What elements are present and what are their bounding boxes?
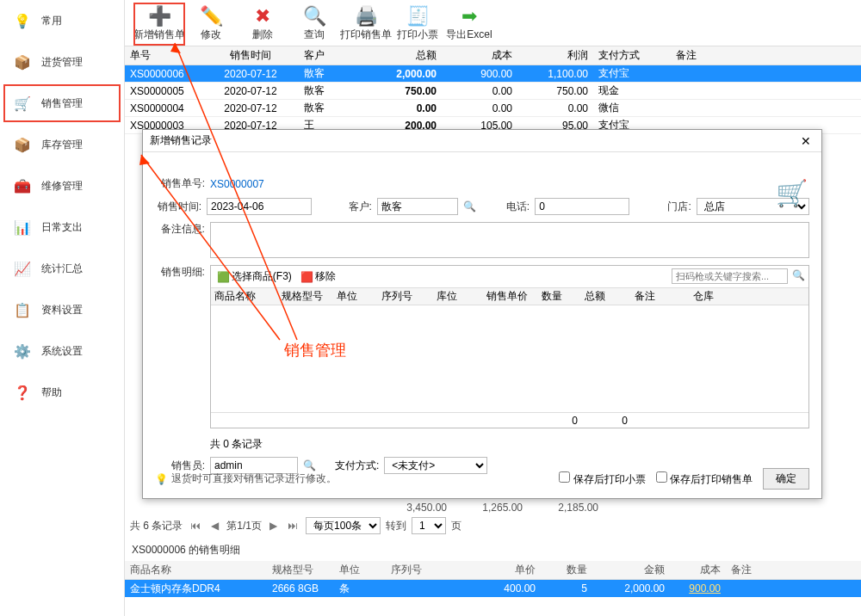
- next-page-icon[interactable]: ▶: [267, 520, 280, 532]
- customer-input[interactable]: [377, 198, 458, 215]
- page-size-select[interactable]: 每页100条: [306, 517, 381, 534]
- search-icon[interactable]: 🔍: [791, 269, 805, 283]
- lbl-time: 销售时间:: [155, 200, 201, 214]
- sidebar-item-4[interactable]: 🧰维修管理: [0, 165, 124, 206]
- tool-label: 新增销售单: [133, 28, 185, 42]
- tip-text: 退货时可直接对销售记录进行修改。: [171, 471, 337, 486]
- last-page-icon[interactable]: ⏭: [285, 520, 300, 532]
- page-suffix: 页: [451, 519, 461, 533]
- table-row[interactable]: XS00000052020-07-12散客750.000.00750.00现金: [125, 83, 861, 100]
- dialog-title: 新增销售记录: [150, 133, 212, 148]
- lbl-phone: 电话:: [501, 200, 530, 214]
- sidebar-item-1[interactable]: 📦进货管理: [0, 41, 124, 83]
- sidebar-item-6[interactable]: 📈统计汇总: [0, 248, 124, 289]
- ok-button[interactable]: 确定: [763, 468, 809, 490]
- col-time[interactable]: 销售时间: [202, 48, 299, 63]
- lbl-store: 门店:: [662, 200, 691, 214]
- detail-header: 商品名称 规格型号 单位 序列号 单价 数量 金额 成本 备注: [125, 561, 861, 580]
- goto-page-select[interactable]: 1: [412, 517, 446, 534]
- memo-textarea[interactable]: [210, 222, 809, 258]
- cart-icon: 🛒: [776, 178, 808, 208]
- lbl-memo: 备注信息:: [155, 222, 205, 237]
- side-label: 统计汇总: [41, 262, 83, 276]
- sum-total: 3,450.00: [371, 502, 447, 514]
- toolbar-新增销售单[interactable]: ➕新增销售单: [133, 3, 185, 46]
- sidebar-item-3[interactable]: 📦库存管理: [0, 124, 124, 165]
- sidebar: 💡常用📦进货管理🛒销售管理📦库存管理🧰维修管理📊日常支出📈统计汇总📋资料设置⚙️…: [0, 0, 125, 616]
- side-icon: 🧰: [12, 177, 33, 194]
- select-goods-button[interactable]: 🟩选择商品(F3): [214, 268, 294, 285]
- tool-icon: ✏️: [185, 5, 237, 28]
- side-icon: 📦: [12, 136, 33, 153]
- lbl-detail: 销售明细:: [155, 265, 205, 280]
- toolbar-查询[interactable]: 🔍查询: [288, 3, 340, 46]
- detail-grid: 🟩选择商品(F3) 🟥移除 🔍 商品名称 规格型号 单位 序列号 库位 销售单价…: [210, 265, 809, 428]
- side-label: 常用: [41, 14, 62, 28]
- side-icon: 📊: [12, 219, 33, 236]
- phone-input[interactable]: [535, 198, 629, 215]
- close-icon[interactable]: ✕: [797, 134, 815, 148]
- page-label: 第1/1页: [226, 519, 262, 533]
- sidebar-item-9[interactable]: ❓帮助: [0, 372, 124, 413]
- sale-date-input[interactable]: [207, 198, 312, 215]
- detail-row[interactable]: 金士顿内存条DDR4 2666 8GB 条 400.00 5 2,000.00 …: [125, 580, 861, 597]
- toolbar-打印小票[interactable]: 🧾打印小票: [392, 3, 443, 46]
- toolbar-打印销售单[interactable]: 🖨️打印销售单: [340, 3, 392, 46]
- lbl-cust: 客户:: [343, 200, 372, 214]
- tool-label: 导出Excel: [443, 28, 495, 42]
- sales-grid: 单号 销售时间 客户 总额 成本 利润 支付方式 备注 XS0000006202…: [125, 46, 861, 134]
- col-no[interactable]: 单号: [125, 48, 202, 63]
- tool-label: 打印小票: [392, 28, 443, 42]
- sidebar-item-2[interactable]: 🛒销售管理: [3, 84, 121, 122]
- col-remark[interactable]: 备注: [671, 48, 861, 63]
- side-icon: 📋: [12, 301, 33, 318]
- table-row[interactable]: XS00000042020-07-12散客0.000.000.00微信: [125, 100, 861, 117]
- plus-icon: 🟩: [217, 271, 230, 283]
- first-page-icon[interactable]: ⏮: [188, 520, 203, 532]
- tool-label: 修改: [185, 28, 237, 42]
- total-count: 共 6 条记录: [130, 519, 183, 533]
- table-row[interactable]: XS00000062020-07-12散客2,000.00900.001,100…: [125, 65, 861, 83]
- sum-profit: 2,185.00: [523, 502, 598, 514]
- side-icon: 🛒: [12, 95, 33, 112]
- col-cust[interactable]: 客户: [299, 48, 366, 63]
- tool-icon: 🔍: [288, 5, 340, 28]
- foot-qty: 0: [538, 415, 581, 427]
- col-total[interactable]: 总额: [366, 48, 442, 63]
- detail-title: XS0000006 的销售明细: [125, 538, 861, 561]
- sidebar-item-5[interactable]: 📊日常支出: [0, 206, 124, 248]
- remove-icon: 🟥: [300, 271, 313, 283]
- sidebar-item-0[interactable]: 💡常用: [0, 0, 124, 41]
- chk-print-order[interactable]: 保存后打印销售单: [656, 471, 753, 487]
- toolbar-修改[interactable]: ✏️修改: [185, 3, 237, 46]
- goto-label: 转到: [386, 519, 406, 533]
- sidebar-item-7[interactable]: 📋资料设置: [0, 289, 124, 330]
- side-icon: ⚙️: [12, 342, 33, 360]
- new-sale-dialog: 新增销售记录 ✕ 🛒 销售单号: XS0000007 销售时间: 客户: 🔍 电…: [142, 129, 822, 499]
- side-icon: 📈: [12, 260, 33, 277]
- dialog-titlebar[interactable]: 新增销售记录 ✕: [143, 130, 821, 152]
- tool-icon: 🧾: [392, 5, 443, 28]
- tool-label: 打印销售单: [340, 28, 392, 42]
- toolbar-删除[interactable]: ✖删除: [237, 3, 288, 46]
- prev-page-icon[interactable]: ◀: [208, 520, 221, 532]
- scan-input[interactable]: [672, 268, 788, 284]
- sidebar-item-8[interactable]: ⚙️系统设置: [0, 330, 124, 372]
- side-label: 系统设置: [41, 344, 83, 359]
- tool-icon: ✖: [237, 5, 288, 28]
- tool-icon: 🖨️: [340, 5, 392, 28]
- remove-goods-button[interactable]: 🟥移除: [298, 268, 338, 285]
- col-cost[interactable]: 成本: [442, 48, 517, 63]
- sum-cost: 1,265.00: [447, 502, 523, 514]
- col-profit[interactable]: 利润: [517, 48, 593, 63]
- bulb-icon: 💡: [155, 473, 168, 485]
- grid-header: 单号 销售时间 客户 总额 成本 利润 支付方式 备注: [125, 46, 861, 65]
- side-label: 进货管理: [41, 55, 83, 70]
- search-icon[interactable]: 🔍: [463, 200, 476, 213]
- toolbar-导出Excel[interactable]: ➡导出Excel: [443, 3, 495, 46]
- toolbar: ➕新增销售单✏️修改✖删除🔍查询🖨️打印销售单🧾打印小票➡导出Excel: [125, 0, 861, 46]
- lbl-orderno: 销售单号:: [155, 176, 205, 191]
- detail-count: 共 0 条记录: [210, 435, 809, 457]
- chk-print-receipt[interactable]: 保存后打印小票: [559, 471, 645, 487]
- col-pay[interactable]: 支付方式: [593, 48, 671, 63]
